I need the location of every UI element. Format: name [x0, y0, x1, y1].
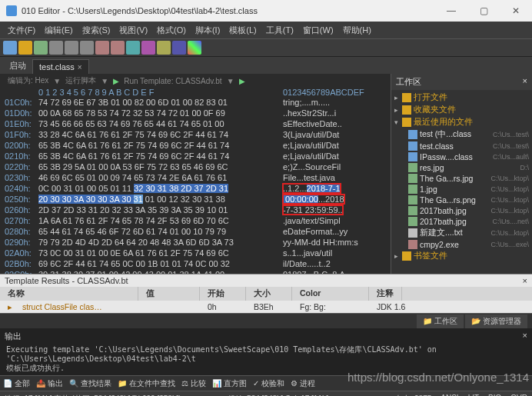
hex-row[interactable]: 02B0h:69 6C 2F 44 61 74 65 0C 00 1B 01 0… — [5, 258, 391, 269]
workspace-file-item[interactable]: The Ga...rs.pngC:\Us...ktop\ — [391, 195, 532, 205]
menu-file[interactable]: 文件(F) — [3, 22, 40, 38]
menu-search[interactable]: 搜索(S) — [78, 22, 115, 38]
hex-row[interactable]: 01F0h:33 28 4C 6A 61 76 61 2F 75 74 69 6… — [5, 129, 391, 140]
workspace-file-item[interactable]: res.jpgD:\ — [391, 162, 532, 173]
workspace-close-icon[interactable]: × — [523, 76, 527, 88]
save-icon[interactable] — [34, 41, 48, 55]
ws-fav-files[interactable]: ▸收藏夹文件 — [391, 104, 532, 116]
workspace-file-item[interactable]: IPassw....classC:\Us...ault\ — [391, 151, 532, 162]
hex-rows[interactable]: 01C0h:74 72 69 6E 67 3B 01 00 82 00 6D 0… — [5, 97, 391, 274]
close-button[interactable]: ✕ — [500, 0, 532, 22]
new-icon[interactable] — [3, 41, 17, 55]
paste-icon[interactable] — [80, 41, 94, 55]
editas-arrow[interactable]: ▼ — [53, 77, 61, 85]
template-results-panel: Template Results - CLASSAdv.bt × 名称 值 开始… — [0, 274, 532, 313]
bottomtab-findres[interactable]: 🔍 查找结果 — [69, 378, 111, 389]
find-icon[interactable] — [126, 41, 140, 55]
status-big[interactable]: BIG — [488, 394, 501, 397]
palette-icon[interactable] — [188, 41, 201, 55]
hex-row[interactable]: 0260h:2D 37 2D 33 31 20 32 33 3A 35 39 3… — [5, 205, 391, 215]
output-close[interactable]: × — [523, 331, 527, 342]
goto-icon[interactable] — [157, 41, 171, 55]
ws-open-files[interactable]: ▸打开文件 — [391, 92, 532, 104]
replace-icon[interactable] — [141, 41, 155, 55]
workspace-body: ▸打开文件 ▸收藏夹文件 ▾最近使用的文件 test (中...classC:\… — [391, 90, 532, 264]
workspace-file-item[interactable]: 新建文....txtC:\Us...ktop\ — [391, 227, 532, 239]
workspace-file-item[interactable]: 2017bath.jpgC:\Us....net\ — [391, 216, 532, 227]
menu-tools[interactable]: 工具(T) — [261, 22, 298, 38]
status-ansi[interactable]: ANSI — [441, 394, 458, 397]
copy-icon[interactable] — [65, 41, 78, 55]
file-icon — [408, 228, 417, 238]
runscript-label[interactable]: 运行脚本 — [65, 75, 96, 86]
tab-close-icon[interactable]: × — [78, 63, 82, 72]
bottomtab-all[interactable]: 📄 全部 — [3, 378, 30, 389]
play-icon[interactable]: ▶ — [113, 77, 119, 85]
hex-row[interactable]: 0230h:46 69 6C 65 01 00 09 74 65 73 74 2… — [5, 172, 391, 183]
workspace-file-item[interactable]: 2017bath.jpgC:\Us...ktop\ — [391, 205, 532, 216]
bottomtab-findfile[interactable]: 📁 在文件中查找 — [118, 378, 175, 389]
menu-window[interactable]: 窗口(W) — [298, 22, 338, 38]
runtemplate-label[interactable]: Run Template: CLASSAdv.bt — [124, 77, 221, 85]
hex-row[interactable]: 0210h:65 3B 4C 6A 61 76 61 2F 75 74 69 6… — [5, 151, 391, 161]
template-results-close[interactable]: × — [523, 276, 527, 285]
tab-testclass[interactable]: test.class × — [32, 59, 89, 74]
workspace-file-item[interactable]: The Ga...rs.jpgC:\Us...ktop\ — [391, 173, 532, 184]
template-results-row[interactable]: ▸ struct ClassFile clas… 0h B3Eh Fg: Bg:… — [0, 301, 532, 313]
menu-edit[interactable]: 编辑(E) — [40, 22, 78, 38]
menu-view[interactable]: 视图(V) — [115, 22, 152, 38]
hex-row[interactable]: 0270h:1A 6A 61 76 61 2F 74 65 78 74 2F 5… — [5, 215, 391, 226]
hex-row[interactable]: 01C0h:74 72 69 6E 67 3B 01 00 82 00 6D 0… — [5, 97, 391, 108]
undo-icon[interactable] — [95, 41, 109, 55]
tab-workspace[interactable]: 📁 工作区 — [417, 314, 464, 328]
tab-explorer[interactable]: 📂 资源管理器 — [465, 314, 527, 328]
bottomtab-histogram[interactable]: 📊 直方图 — [212, 378, 247, 389]
hex-header: 0 1 2 3 4 5 6 7 8 9 A B C D E F 01234567… — [5, 88, 391, 97]
status-lit[interactable]: LIT — [468, 394, 479, 397]
runscript-arrow[interactable]: ▼ — [101, 77, 108, 85]
hex-row[interactable]: 0250h:20 30 30 3A 30 30 3A 30 31 01 00 1… — [5, 194, 391, 205]
hex-row[interactable]: 01E0h:73 45 66 66 65 63 74 69 76 65 44 6… — [5, 118, 391, 129]
bottomtab-checksum[interactable]: ✓ 校验和 — [253, 378, 284, 389]
bottomtab-process[interactable]: ⚙ 进程 — [291, 378, 315, 389]
hex-row[interactable]: 0290h:79 79 2D 4D 4D 2D 64 64 20 48 48 3… — [5, 237, 391, 248]
hex-row[interactable]: 0280h:65 44 61 74 65 46 6F 72 6D 61 74 0… — [5, 226, 391, 237]
file-icon — [408, 195, 417, 205]
hex-row[interactable]: 0200h:65 3B 4C 6A 61 76 61 2F 75 74 69 6… — [5, 140, 391, 151]
open-icon[interactable] — [18, 41, 32, 55]
hex-row[interactable]: 02A0h:73 0C 00 31 01 00 0E 6A 61 76 61 2… — [5, 248, 391, 258]
workspace-file-item[interactable]: test.classC:\Us...test\ — [391, 141, 532, 151]
template-results-title: Template Results - CLASSAdv.bt × — [0, 275, 532, 287]
ws-bookmark-files[interactable]: ▸书签文件 — [391, 250, 532, 262]
addr-header — [5, 88, 38, 97]
hex-row[interactable]: 01D0h:00 0A 68 65 78 53 74 72 32 53 74 7… — [5, 108, 391, 118]
hex-icon[interactable] — [172, 41, 186, 55]
bottomtab-output[interactable]: 📤 输出 — [36, 378, 63, 389]
workspace-file-item[interactable]: cmpy2.exeC:\Us....exe\ — [391, 239, 532, 250]
output-body[interactable]: Executing template 'C:\Users\Legends\Doc… — [5, 342, 527, 373]
menu-script[interactable]: 脚本(I) — [191, 22, 224, 38]
hex-row[interactable]: 02C0h:30 31 38 30 37 01 00 42 09 43 00 0… — [5, 269, 391, 274]
cut-icon[interactable] — [49, 41, 63, 55]
output-title: 输出 × — [5, 331, 527, 342]
minimize-button[interactable]: — — [435, 0, 467, 22]
redo-icon[interactable] — [111, 41, 125, 55]
workspace-file-item[interactable]: test (中...classC:\Us...test\ — [391, 128, 532, 141]
ws-recent-files[interactable]: ▾最近使用的文件 — [391, 116, 532, 128]
file-icon — [408, 163, 417, 172]
maximize-button[interactable]: ▢ — [467, 0, 500, 22]
play-icon-2[interactable]: ▶ — [239, 77, 245, 85]
hex-row[interactable]: 0240h:0C 00 31 01 00 05 01 11 32 30 31 3… — [5, 183, 391, 194]
file-icon — [408, 130, 417, 139]
runtemplate-arrow[interactable]: ▼ — [227, 77, 234, 85]
launch-label[interactable]: 启动 — [3, 58, 32, 74]
file-icon — [408, 206, 417, 215]
editas-label[interactable]: 编辑为: Hex — [8, 75, 48, 86]
menu-help[interactable]: 帮助(H) — [338, 22, 376, 38]
hex-row[interactable]: 0220h:65 3B 29 5A 01 00 0A 53 6F 75 72 6… — [5, 161, 391, 172]
bottomtab-compare[interactable]: ⚖ 比较 — [181, 378, 206, 389]
workspace-file-item[interactable]: 1.jpgC:\Us...ktop\ — [391, 184, 532, 195]
menu-template[interactable]: 模板(L) — [224, 22, 261, 38]
status-ovr[interactable]: OVR — [510, 394, 527, 397]
menu-format[interactable]: 格式(O) — [152, 22, 191, 38]
